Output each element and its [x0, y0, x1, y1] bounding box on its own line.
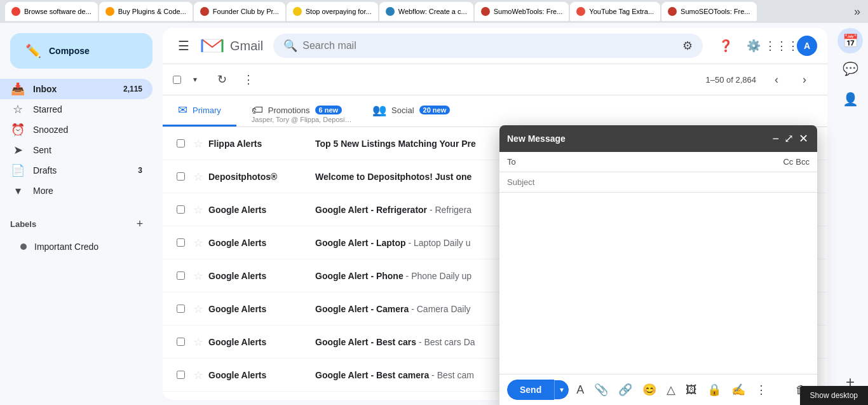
promotions-tab-subtitle: Jasper, Tory @ Flippa, Depositp... — [252, 116, 352, 123]
search-input[interactable] — [302, 40, 677, 51]
taskbar: Show desktop — [800, 386, 868, 405]
compose-attach-button[interactable]: 📎 — [592, 380, 611, 399]
search-options-button[interactable]: ⚙ — [682, 39, 693, 53]
select-all-checkbox[interactable] — [173, 76, 181, 84]
browser-tabs: Browse software de...Buy Plugins & Code.… — [5, 2, 848, 21]
email-star-email8[interactable]: ☆ — [193, 368, 203, 382]
email-checkbox-email6[interactable] — [173, 301, 188, 317]
labels-section: Labels + Important Credo — [0, 201, 163, 262]
compose-title: New Message — [507, 134, 771, 144]
compose-photo-button[interactable]: 🖼 — [683, 381, 700, 399]
email-star-email2[interactable]: ☆ — [193, 170, 203, 184]
avatar[interactable]: A — [797, 36, 817, 56]
tab-promotions[interactable]: 🏷Promotions6 newJasper, Tory @ Flippa, D… — [236, 95, 357, 127]
compose-drive-button[interactable]: △ — [664, 380, 678, 399]
browser-tab-tab4[interactable]: Stop overpaying for... — [287, 2, 378, 21]
compose-button[interactable]: ✏️ Compose — [10, 33, 153, 69]
sidebar-item-count-inbox: 2,115 — [123, 85, 142, 93]
compose-to-input[interactable] — [521, 157, 778, 167]
tab-social[interactable]: 👥Social20 new — [357, 95, 465, 127]
more-tabs-button[interactable]: » — [851, 5, 863, 18]
toolbar-left: ▾ ↻ ⋮ — [173, 67, 261, 92]
email-star-email6[interactable]: ☆ — [193, 302, 203, 316]
browser-tab-tab8[interactable]: SumoSEOTools: Fre... — [661, 2, 756, 21]
browser-tab-tab5[interactable]: Webflow: Create a c... — [379, 2, 473, 21]
prev-page-button[interactable]: ‹ — [764, 67, 789, 92]
compose-close-button[interactable]: ✕ — [797, 130, 810, 147]
compose-minimize-button[interactable]: − — [771, 130, 780, 147]
compose-to-field: To Cc Bcc — [499, 152, 817, 172]
compose-emoji-button[interactable]: 😊 — [640, 380, 659, 399]
sidebar-item-sent[interactable]: ➤ Sent — [0, 140, 153, 160]
email-star-email5[interactable]: ☆ — [193, 269, 203, 283]
tabs-bar: ✉Primary🏷Promotions6 newJasper, Tory @ F… — [163, 95, 827, 127]
compose-subject-input[interactable] — [507, 177, 810, 187]
sent-icon: ➤ — [10, 143, 25, 157]
show-desktop-button[interactable]: Show desktop — [805, 388, 863, 402]
email-checkbox-email7[interactable] — [173, 334, 188, 350]
select-dropdown-button[interactable]: ▾ — [182, 67, 208, 92]
compose-cc-button[interactable]: Cc — [783, 157, 793, 167]
browser-tab-tab6[interactable]: SumoWebTools: Fre... — [475, 2, 569, 21]
sidebar-item-more[interactable]: ▾ More — [0, 181, 153, 201]
next-page-button[interactable]: › — [792, 67, 817, 92]
send-dropdown-button[interactable]: ▾ — [554, 380, 569, 399]
apps-button[interactable]: ⋮⋮⋮ — [769, 33, 794, 58]
email-checkbox-email4[interactable] — [173, 235, 188, 251]
refresh-button[interactable]: ↻ — [209, 67, 234, 92]
browser-tab-tab2[interactable]: Buy Plugins & Code... — [99, 2, 193, 21]
compose-format-button[interactable]: A — [574, 381, 587, 399]
email-star-email1[interactable]: ☆ — [193, 137, 203, 151]
compose-header[interactable]: New Message − ⤢ ✕ — [499, 125, 817, 152]
email-star-email7[interactable]: ☆ — [193, 335, 203, 349]
browser-tab-tab1[interactable]: Browse software de... — [5, 2, 98, 21]
compose-body: To Cc Bcc — [499, 152, 817, 374]
hamburger-menu-button[interactable]: ☰ — [173, 33, 194, 58]
labels-header: Labels + — [10, 211, 153, 237]
meet-icon-button[interactable]: 📅 — [837, 28, 863, 53]
settings-button[interactable]: ⚙️ — [741, 33, 766, 58]
compose-link-button[interactable]: 🔗 — [616, 380, 635, 399]
starred-icon: ☆ — [10, 102, 25, 116]
email-sender-email1: Flippa Alerts — [208, 139, 310, 149]
sidebar-item-inbox[interactable]: 📥 Inbox 2,115 — [0, 79, 153, 99]
compose-body-content[interactable] — [499, 193, 817, 374]
email-checkbox-email8[interactable] — [173, 367, 188, 383]
email-star-email4[interactable]: ☆ — [193, 236, 203, 250]
email-checkbox-email2[interactable] — [173, 169, 188, 184]
drafts-icon: 📄 — [10, 163, 25, 177]
gmail-logo: Gmail — [200, 37, 263, 55]
sidebar-item-drafts[interactable]: 📄 Drafts 3 — [0, 160, 153, 181]
tab-primary[interactable]: ✉Primary — [163, 95, 236, 127]
browser-tab-tab3[interactable]: Founder Club by Pr... — [194, 2, 285, 21]
spaces-icon-button[interactable]: 👤 — [837, 86, 863, 112]
compose-to-label: To — [507, 157, 516, 167]
sidebar-item-label-drafts: Drafts — [33, 165, 130, 175]
snoozed-icon: ⏰ — [10, 123, 25, 137]
email-checkbox-email5[interactable] — [173, 268, 188, 284]
help-button[interactable]: ❓ — [713, 33, 738, 58]
compose-more-button[interactable]: ⋮ — [753, 380, 770, 399]
compose-bcc-button[interactable]: Bcc — [796, 157, 810, 167]
sidebar-item-snoozed[interactable]: ⏰ Snoozed — [0, 120, 153, 140]
inbox-icon: 📥 — [10, 82, 25, 96]
compose-signature-button[interactable]: ✍ — [729, 380, 748, 399]
email-checkbox-email3[interactable] — [173, 202, 188, 217]
add-label-button[interactable]: + — [127, 211, 153, 237]
right-panel: 📅 💬 👤 + — [832, 23, 868, 405]
social-tab-icon: 👥 — [372, 103, 386, 117]
compose-expand-button[interactable]: ⤢ — [783, 130, 795, 147]
label-item-important-credo[interactable]: Important Credo — [10, 237, 153, 257]
more-actions-button[interactable]: ⋮ — [236, 67, 261, 92]
browser-tab-tab7[interactable]: YouTube Tag Extra... — [570, 2, 660, 21]
send-button[interactable]: Send — [507, 380, 554, 400]
email-star-email3[interactable]: ☆ — [193, 203, 203, 217]
search-bar[interactable]: 🔍 ⚙ — [273, 34, 703, 58]
sidebar-item-starred[interactable]: ☆ Starred — [0, 99, 153, 120]
chat-icon-button[interactable]: 💬 — [837, 56, 863, 81]
compose-lock-button[interactable]: 🔒 — [705, 380, 724, 399]
promotions-tab-label: Promotions — [268, 106, 310, 115]
email-checkbox-email1[interactable] — [173, 136, 188, 151]
sidebar-item-label-sent: Sent — [33, 145, 142, 155]
compose-subject-field — [499, 172, 817, 193]
